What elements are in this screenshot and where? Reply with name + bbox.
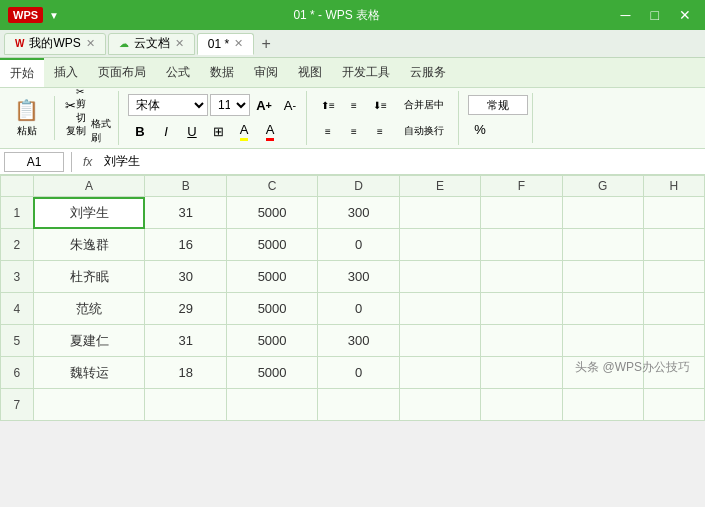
col-header-c[interactable]: C xyxy=(226,176,318,197)
align-middle-button[interactable]: ≡ xyxy=(342,93,366,117)
align-top-button[interactable]: ⬆≡ xyxy=(316,93,340,117)
tab-cloud-docs[interactable]: ☁ 云文档 ✕ xyxy=(108,33,195,55)
menu-page-layout[interactable]: 页面布局 xyxy=(88,58,156,87)
menu-formula[interactable]: 公式 xyxy=(156,58,200,87)
cell-4G[interactable] xyxy=(562,293,643,325)
decrease-font-button[interactable]: A- xyxy=(278,93,302,117)
cut-button[interactable]: ✂ ✂ 剪切 xyxy=(64,93,88,117)
col-header-e[interactable]: E xyxy=(399,176,480,197)
menu-start[interactable]: 开始 xyxy=(0,58,44,87)
merge-center-button[interactable]: 合并居中 xyxy=(394,93,454,117)
italic-button[interactable]: I xyxy=(154,119,178,143)
cell-5E[interactable] xyxy=(399,325,480,357)
cell-4H[interactable] xyxy=(643,293,704,325)
col-header-a[interactable]: A xyxy=(33,176,145,197)
cell-6A[interactable]: 魏转运 xyxy=(33,357,145,389)
font-family-select[interactable]: 宋体 xyxy=(128,94,208,116)
cell-2G[interactable] xyxy=(562,229,643,261)
cell-3E[interactable] xyxy=(399,261,480,293)
cell-3G[interactable] xyxy=(562,261,643,293)
tab-my-wps-close[interactable]: ✕ xyxy=(86,37,95,50)
tab-01-close[interactable]: ✕ xyxy=(234,37,243,50)
align-left-button[interactable]: ≡ xyxy=(316,119,340,143)
cell-6D[interactable]: 0 xyxy=(318,357,399,389)
cell-6F[interactable] xyxy=(481,357,562,389)
cell-6E[interactable] xyxy=(399,357,480,389)
cell-7H[interactable] xyxy=(643,389,704,421)
add-tab-button[interactable]: + xyxy=(256,34,276,54)
col-header-b[interactable]: B xyxy=(145,176,226,197)
cell-4F[interactable] xyxy=(481,293,562,325)
cell-5D[interactable]: 300 xyxy=(318,325,399,357)
cell-2H[interactable] xyxy=(643,229,704,261)
cell-7E[interactable] xyxy=(399,389,480,421)
cell-7C[interactable] xyxy=(226,389,318,421)
cell-2D[interactable]: 0 xyxy=(318,229,399,261)
cell-2B[interactable]: 16 xyxy=(145,229,226,261)
cell-7F[interactable] xyxy=(481,389,562,421)
cell-1D[interactable]: 300 xyxy=(318,197,399,229)
maximize-button[interactable]: □ xyxy=(645,5,665,25)
cell-7B[interactable] xyxy=(145,389,226,421)
increase-font-button[interactable]: A+ xyxy=(252,93,276,117)
col-header-f[interactable]: F xyxy=(481,176,562,197)
align-right-button[interactable]: ≡ xyxy=(368,119,392,143)
cell-1H[interactable] xyxy=(643,197,704,229)
auto-wrap-button[interactable]: 自动换行 xyxy=(394,119,454,143)
underline-button[interactable]: U xyxy=(180,119,204,143)
cell-1C[interactable]: 5000 xyxy=(226,197,318,229)
cell-2F[interactable] xyxy=(481,229,562,261)
cell-5G[interactable] xyxy=(562,325,643,357)
cell-4A[interactable]: 范统 xyxy=(33,293,145,325)
cell-6C[interactable]: 5000 xyxy=(226,357,318,389)
border-button[interactable]: ⊞ xyxy=(206,119,230,143)
cell-7A[interactable] xyxy=(33,389,145,421)
title-dropdown-arrow[interactable]: ▼ xyxy=(49,10,59,21)
cell-5C[interactable]: 5000 xyxy=(226,325,318,357)
align-bottom-button[interactable]: ⬇≡ xyxy=(368,93,392,117)
tab-01[interactable]: 01 * ✕ xyxy=(197,33,254,55)
paste-button[interactable]: 📋 粘贴 xyxy=(5,96,55,140)
cell-1E[interactable] xyxy=(399,197,480,229)
cell-4B[interactable]: 29 xyxy=(145,293,226,325)
font-size-select[interactable]: 11 xyxy=(210,94,250,116)
format-painter-button[interactable]: 格式刷 xyxy=(90,119,114,143)
col-header-h[interactable]: H xyxy=(643,176,704,197)
menu-developer[interactable]: 开发工具 xyxy=(332,58,400,87)
menu-review[interactable]: 审阅 xyxy=(244,58,288,87)
cell-4D[interactable]: 0 xyxy=(318,293,399,325)
bold-button[interactable]: B xyxy=(128,119,152,143)
cell-3D[interactable]: 300 xyxy=(318,261,399,293)
menu-data[interactable]: 数据 xyxy=(200,58,244,87)
cell-3A[interactable]: 杜齐眠 xyxy=(33,261,145,293)
align-center-button[interactable]: ≡ xyxy=(342,119,366,143)
cell-1F[interactable] xyxy=(481,197,562,229)
minimize-button[interactable]: ─ xyxy=(615,5,637,25)
fill-color-button[interactable]: A xyxy=(232,119,256,143)
cell-5B[interactable]: 31 xyxy=(145,325,226,357)
cell-7G[interactable] xyxy=(562,389,643,421)
tab-my-wps[interactable]: W 我的WPS ✕ xyxy=(4,33,106,55)
col-header-g[interactable]: G xyxy=(562,176,643,197)
formula-input[interactable] xyxy=(100,154,701,170)
cell-4E[interactable] xyxy=(399,293,480,325)
cell-5F[interactable] xyxy=(481,325,562,357)
cell-5A[interactable]: 夏建仁 xyxy=(33,325,145,357)
cell-3B[interactable]: 30 xyxy=(145,261,226,293)
menu-insert[interactable]: 插入 xyxy=(44,58,88,87)
cell-3F[interactable] xyxy=(481,261,562,293)
copy-button[interactable]: 复制 xyxy=(64,119,88,143)
menu-cloud[interactable]: 云服务 xyxy=(400,58,456,87)
cell-reference-input[interactable] xyxy=(4,152,64,172)
font-color-button[interactable]: A xyxy=(258,119,282,143)
cell-7D[interactable] xyxy=(318,389,399,421)
cell-2C[interactable]: 5000 xyxy=(226,229,318,261)
cell-2A[interactable]: 朱逸群 xyxy=(33,229,145,261)
menu-view[interactable]: 视图 xyxy=(288,58,332,87)
cell-3C[interactable]: 5000 xyxy=(226,261,318,293)
cell-2E[interactable] xyxy=(399,229,480,261)
tab-cloud-docs-close[interactable]: ✕ xyxy=(175,37,184,50)
insert-function-button[interactable]: fx xyxy=(79,155,96,169)
close-button[interactable]: ✕ xyxy=(673,5,697,25)
cell-1G[interactable] xyxy=(562,197,643,229)
